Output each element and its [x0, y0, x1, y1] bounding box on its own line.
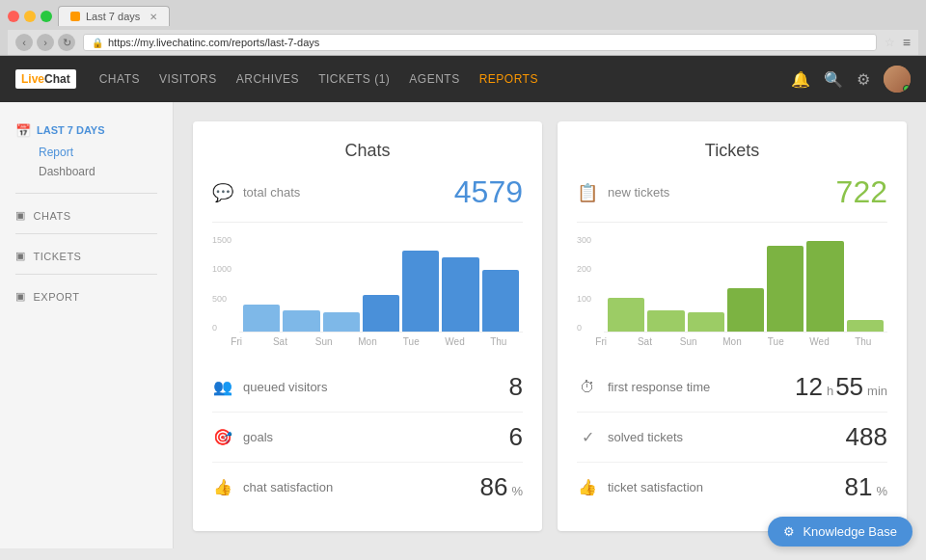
bell-icon[interactable]: 🔔	[791, 70, 810, 89]
tickets-chart-container: 0 100 200 300	[577, 236, 887, 347]
tickets-metric: 📋 new tickets 722	[577, 174, 887, 223]
export-section-icon: ▣	[15, 290, 26, 303]
sidebar-sub-report[interactable]: Report	[0, 143, 173, 162]
title-bar: Last 7 days ✕	[8, 6, 918, 26]
label-fri-chats: Fri	[216, 336, 257, 347]
label-wed-chats: Wed	[434, 336, 475, 347]
goals-value: 6	[509, 422, 523, 452]
sidebar-last7days-label: LAST 7 DAYS	[37, 124, 105, 136]
nav-chats[interactable]: CHATS	[99, 59, 140, 99]
y-label-1500: 1500	[212, 236, 232, 245]
chat-satisfaction-unit: %	[511, 484, 523, 498]
ty-label-100: 100	[577, 295, 591, 304]
chats-chart-labels: Fri Sat Sun Mon Tue Wed Thu	[212, 333, 523, 347]
queued-visitors-value-group: 8	[509, 372, 523, 402]
label-tue-chats: Tue	[391, 336, 431, 347]
active-tab[interactable]: Last 7 days ✕	[58, 6, 170, 26]
tab-close-icon[interactable]: ✕	[150, 12, 157, 22]
new-tickets-label: new tickets	[608, 185, 827, 200]
bar-tue-tickets	[767, 246, 803, 332]
ty-label-0: 0	[577, 324, 591, 333]
nav-visitors[interactable]: VISITORS	[159, 59, 217, 99]
label-sun-tickets: Sun	[668, 336, 709, 347]
bar-sun-chats	[323, 312, 360, 332]
tickets-card: Tickets 📋 new tickets 722 0 100 200	[558, 121, 907, 531]
chat-satisfaction-label: chat satisfaction	[243, 480, 471, 494]
queued-visitors-label: queued visitors	[243, 380, 500, 394]
knowledge-base-button[interactable]: ⚙ Knowledge Base	[768, 517, 912, 547]
sidebar-item-chats[interactable]: ▣ CHATS	[0, 201, 173, 226]
ty-label-300: 300	[577, 236, 591, 245]
y-label-0: 0	[212, 324, 232, 333]
sidebar-sub-dashboard[interactable]: Dashboard	[0, 162, 173, 181]
lock-icon: 🔒	[92, 38, 103, 48]
chats-chart-container: 0 500 1000 1500	[212, 236, 523, 347]
minimize-btn[interactable]	[24, 11, 36, 22]
calendar-icon: 📅	[15, 123, 29, 137]
bookmark-icon[interactable]: ☆	[885, 36, 895, 49]
nav-icons: 🔔 🔍 ⚙	[791, 66, 911, 93]
sidebar-divider-3	[15, 274, 157, 275]
ticket-satisfaction-label: ticket satisfaction	[608, 480, 835, 494]
tab-favicon	[70, 12, 80, 21]
first-response-min-unit: min	[867, 384, 887, 398]
search-icon[interactable]: 🔍	[824, 70, 843, 89]
bar-sun-tickets	[688, 312, 724, 332]
solved-tickets-row: ✓ solved tickets 488	[577, 413, 887, 463]
sidebar-item-export[interactable]: ▣ EXPORT	[0, 282, 173, 307]
tickets-chart	[604, 236, 887, 333]
nav-links: CHATS VISITORS ARCHIVES TICKETS (1) AGEN…	[99, 59, 791, 99]
address-bar-row: ‹ › ↻ 🔒 https://my.livechatinc.com/repor…	[8, 30, 918, 55]
sidebar-item-last7days[interactable]: 📅 LAST 7 DAYS	[0, 118, 173, 143]
logo-live: Live	[21, 72, 44, 86]
thumbsup-ticket-icon: 👍	[577, 478, 598, 496]
close-btn[interactable]	[8, 11, 19, 22]
address-bar[interactable]: 🔒 https://my.livechatinc.com/reports/las…	[83, 34, 877, 51]
tickets-card-title: Tickets	[577, 141, 887, 161]
ticket-satisfaction-row: 👍 ticket satisfaction 81 %	[577, 463, 887, 512]
chat-satisfaction-value: 86	[480, 472, 508, 502]
chat-bubble-icon: 💬	[212, 182, 233, 203]
label-thu-tickets: Thu	[843, 336, 884, 347]
ty-label-200: 200	[577, 265, 591, 274]
bar-mon-chats	[363, 295, 399, 332]
thumbsup-icon: 👍	[212, 478, 233, 496]
label-mon-tickets: Mon	[712, 336, 752, 347]
bar-sat-tickets	[647, 310, 684, 332]
bar-thu-chats	[482, 270, 519, 332]
reload-button[interactable]: ↻	[58, 34, 75, 51]
sidebar-item-tickets[interactable]: ▣ TICKETS	[0, 242, 173, 266]
bar-wed-tickets	[806, 241, 843, 332]
forward-button[interactable]: ›	[37, 34, 54, 51]
menu-icon[interactable]: ≡	[903, 35, 911, 50]
gear-icon: ⚙	[783, 524, 795, 539]
label-sat-chats: Sat	[259, 336, 300, 347]
label-wed-tickets: Wed	[799, 336, 839, 347]
label-tue-tickets: Tue	[755, 336, 796, 347]
clock-icon: ⏱	[577, 379, 598, 396]
tickets-chart-labels: Fri Sat Sun Mon Tue Wed Thu	[577, 333, 887, 347]
back-button[interactable]: ‹	[15, 34, 33, 51]
label-sat-tickets: Sat	[624, 336, 665, 347]
label-fri-tickets: Fri	[581, 336, 621, 347]
goals-value-group: 6	[509, 422, 523, 452]
browser-chrome: Last 7 days ✕ ‹ › ↻ 🔒 https://my.livecha…	[0, 0, 926, 56]
bar-wed-chats	[442, 257, 478, 332]
settings-icon[interactable]: ⚙	[857, 70, 870, 89]
avatar[interactable]	[884, 66, 911, 93]
chats-chart-wrapper: 0 500 1000 1500	[212, 236, 523, 333]
top-nav: LiveChat CHATS VISITORS ARCHIVES TICKETS…	[0, 56, 926, 102]
chats-section-icon: ▣	[15, 209, 26, 222]
sidebar-last7days-section: 📅 LAST 7 DAYS Report Dashboard	[0, 118, 173, 181]
nav-tickets[interactable]: TICKETS (1)	[318, 59, 390, 99]
nav-archives[interactable]: ARCHIVES	[236, 59, 299, 99]
maximize-btn[interactable]	[41, 11, 52, 22]
chats-y-labels: 0 500 1000 1500	[212, 236, 232, 333]
bar-thu-tickets	[847, 320, 884, 332]
chats-card: Chats 💬 total chats 4579 0 500 1000	[193, 121, 542, 531]
export-section-label: EXPORT	[34, 291, 80, 303]
nav-reports[interactable]: REPORTS	[479, 59, 538, 99]
nav-agents[interactable]: AGENTS	[409, 59, 459, 99]
online-indicator	[903, 85, 911, 93]
sidebar: 📅 LAST 7 DAYS Report Dashboard ▣ CHATS ▣…	[0, 102, 174, 548]
